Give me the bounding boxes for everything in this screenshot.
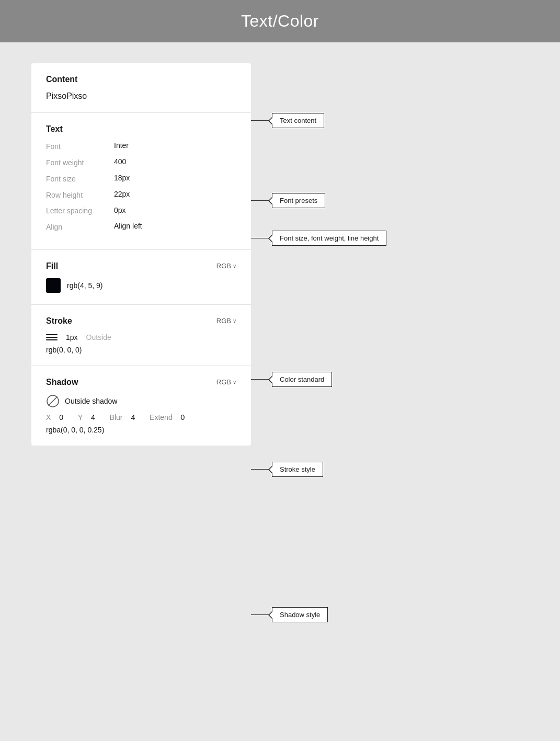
shadow-params: X 0 Y 4 Blur 4 Extend 0 xyxy=(46,413,236,421)
annotation-label-font-presets: Font presets xyxy=(272,193,325,208)
annotation-shadow-style: Shadow style xyxy=(251,607,328,622)
annotation-font-size: Font size, font weight, line height xyxy=(251,231,386,246)
font-label: Font xyxy=(46,141,114,152)
font-value: Inter xyxy=(114,141,129,150)
annotation-label-color-standard: Color standard xyxy=(272,372,332,387)
shadow-blur: Blur 4 xyxy=(110,413,143,421)
stroke-width-value: 1px xyxy=(66,333,78,341)
fill-color-row: rgb(4, 5, 9) xyxy=(46,278,236,293)
stroke-color-value: rgb(0, 0, 0) xyxy=(46,346,236,354)
fill-section-title: Fill xyxy=(46,261,58,271)
shadow-extend: Extend 0 xyxy=(150,413,191,421)
letter-spacing-label: Letter spacing xyxy=(46,206,114,216)
font-size-value: 18px xyxy=(114,174,130,182)
properties-panel: Content PixsoPixso Text Font Inter Font … xyxy=(31,63,251,446)
letter-spacing-property: Letter spacing 0px xyxy=(46,206,236,216)
annotation-font-presets: Font presets xyxy=(251,193,325,208)
stroke-style-icon xyxy=(46,334,58,340)
annotation-label-stroke-style: Stroke style xyxy=(272,462,323,477)
stroke-color-mode[interactable]: RGB xyxy=(216,317,236,325)
page-header: Text/Color xyxy=(0,0,560,42)
stroke-section: Stroke RGB 1px Outside rgb(0, 0, 0) xyxy=(31,305,251,366)
font-weight-label: Font weight xyxy=(46,157,114,168)
annotation-label-shadow-style: Shadow style xyxy=(272,607,328,622)
annotation-label-text-content: Text content xyxy=(272,113,324,128)
font-property: Font Inter xyxy=(46,141,236,152)
stroke-position-value: Outside xyxy=(86,333,111,341)
content-value: PixsoPixso xyxy=(46,92,236,101)
shadow-color-value: rgba(0, 0, 0, 0.25) xyxy=(46,426,236,434)
shadow-y: Y 4 xyxy=(78,413,104,421)
svg-line-1 xyxy=(49,396,58,405)
align-property: Align Align left xyxy=(46,222,236,233)
page-title: Text/Color xyxy=(241,12,319,30)
fill-color-value: rgb(4, 5, 9) xyxy=(67,281,102,290)
content-section-title: Content xyxy=(46,75,236,84)
align-value: Align left xyxy=(114,222,142,230)
annotation-stroke-style: Stroke style xyxy=(251,462,323,477)
shadow-color-mode[interactable]: RGB xyxy=(216,378,236,386)
font-weight-value: 400 xyxy=(114,157,126,166)
fill-color-swatch[interactable] xyxy=(46,278,61,293)
shadow-section: Shadow RGB Outside shadow X 0 Y 4 Blur 4 xyxy=(31,366,251,446)
stroke-details: 1px Outside xyxy=(46,333,236,341)
annotation-label-font-size: Font size, font weight, line height xyxy=(272,231,386,246)
fill-color-mode[interactable]: RGB xyxy=(216,262,236,270)
annotation-color-standard: Color standard xyxy=(251,372,332,387)
font-weight-property: Font weight 400 xyxy=(46,157,236,168)
align-label: Align xyxy=(46,222,114,233)
content-section: Content PixsoPixso xyxy=(31,63,251,113)
row-height-label: Row height xyxy=(46,190,114,201)
shadow-section-title: Shadow xyxy=(46,378,78,387)
shadow-type-icon xyxy=(46,394,60,408)
fill-section: Fill RGB rgb(4, 5, 9) xyxy=(31,250,251,305)
shadow-x: X 0 xyxy=(46,413,72,421)
shadow-type-label: Outside shadow xyxy=(65,397,117,405)
stroke-section-title: Stroke xyxy=(46,316,72,326)
font-size-property: Font size 18px xyxy=(46,174,236,185)
shadow-type-row: Outside shadow xyxy=(46,394,236,408)
row-height-property: Row height 22px xyxy=(46,190,236,201)
letter-spacing-value: 0px xyxy=(114,206,126,214)
annotation-text-content: Text content xyxy=(251,113,324,128)
row-height-value: 22px xyxy=(114,190,130,198)
annotations-panel: Text content Font presets Font size, fon… xyxy=(251,63,529,446)
font-size-label: Font size xyxy=(46,174,114,185)
text-section-title: Text xyxy=(46,124,236,134)
text-section: Text Font Inter Font weight 400 Font siz… xyxy=(31,113,251,250)
